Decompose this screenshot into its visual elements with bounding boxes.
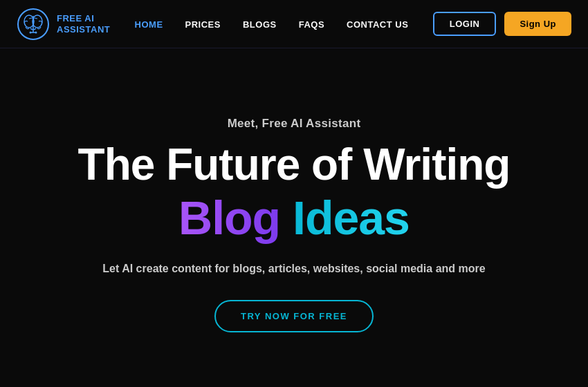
nav-link-blogs[interactable]: BLOGS bbox=[243, 19, 277, 30]
nav-links: HOME PRICES BLOGS FAQS CONTACT US bbox=[135, 18, 409, 30]
nav-item-prices[interactable]: PRICES bbox=[185, 18, 221, 30]
hero-title-line1: The Future of Writing bbox=[78, 142, 511, 188]
signup-button[interactable]: Sign Up bbox=[504, 12, 571, 36]
hero-section: Meet, Free AI Assistant The Future of Wr… bbox=[0, 48, 588, 387]
hero-gradient-blog: Blog bbox=[178, 191, 280, 244]
logo[interactable]: FREE AI ASSISTANT bbox=[17, 8, 110, 41]
nav-item-home[interactable]: HOME bbox=[135, 18, 163, 30]
svg-point-6 bbox=[30, 31, 32, 33]
svg-point-7 bbox=[35, 31, 37, 33]
nav-actions: LOGIN Sign Up bbox=[433, 12, 571, 36]
navbar: FREE AI ASSISTANT HOME PRICES BLOGS FAQS… bbox=[0, 0, 588, 48]
nav-link-home[interactable]: HOME bbox=[135, 19, 163, 30]
hero-title-line2: Blog Ideas bbox=[178, 194, 410, 243]
nav-link-prices[interactable]: PRICES bbox=[185, 19, 221, 30]
nav-item-blogs[interactable]: BLOGS bbox=[243, 18, 277, 30]
nav-link-contact[interactable]: CONTACT US bbox=[347, 19, 408, 30]
nav-link-faqs[interactable]: FAQS bbox=[299, 19, 324, 30]
hero-description: Let AI create content for blogs, article… bbox=[102, 263, 485, 275]
nav-item-faqs[interactable]: FAQS bbox=[299, 18, 324, 30]
login-button[interactable]: LOGIN bbox=[433, 12, 497, 36]
nav-item-contact[interactable]: CONTACT US bbox=[347, 18, 408, 30]
hero-subtitle: Meet, Free AI Assistant bbox=[228, 117, 361, 131]
logo-text: FREE AI ASSISTANT bbox=[57, 13, 110, 35]
hero-gradient-ideas: Ideas bbox=[280, 191, 410, 244]
brain-icon bbox=[17, 8, 50, 41]
cta-button[interactable]: TRY NOW FOR FREE bbox=[214, 300, 374, 332]
